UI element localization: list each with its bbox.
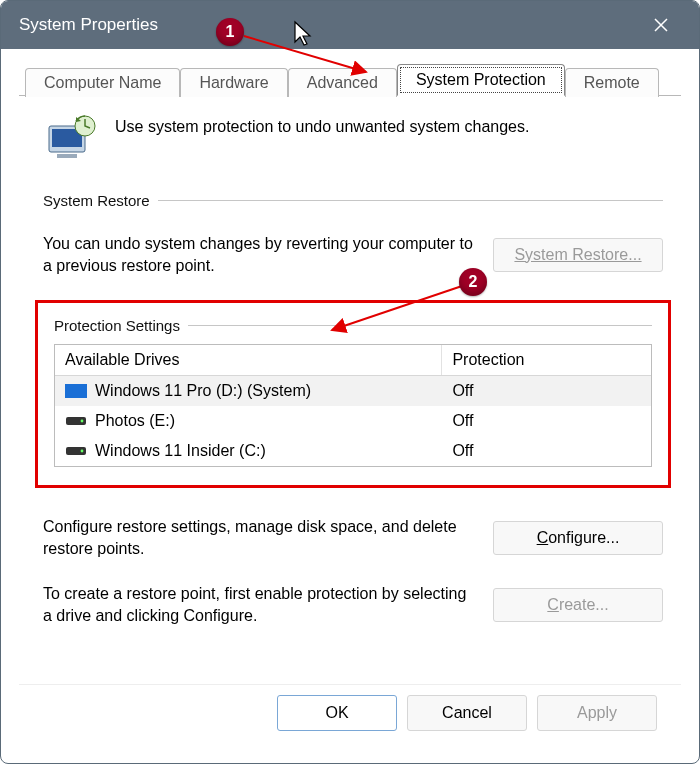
tab-computer-name[interactable]: Computer Name [25, 68, 180, 97]
drive-protection-value: Off [442, 436, 651, 466]
configure-button[interactable]: Configure... [493, 521, 663, 555]
restore-description: You can undo system changes by reverting… [43, 233, 475, 276]
ok-button[interactable]: OK [277, 695, 397, 731]
tab-remote[interactable]: Remote [565, 68, 659, 97]
tab-system-protection[interactable]: System Protection [397, 64, 565, 96]
drive-system-icon [65, 384, 87, 398]
svg-rect-6 [77, 384, 87, 390]
col-header-protection[interactable]: Protection [442, 345, 651, 375]
cancel-button[interactable]: Cancel [407, 695, 527, 731]
drive-protection-value: Off [442, 406, 651, 436]
titlebar[interactable]: System Properties [1, 1, 699, 49]
svg-point-12 [81, 450, 84, 453]
system-properties-window: System Properties Computer Name Hardware… [0, 0, 700, 764]
divider [158, 200, 663, 201]
tab-advanced[interactable]: Advanced [288, 68, 397, 97]
intro-text: Use system protection to undo unwanted s… [115, 118, 529, 136]
drive-name-text: Windows 11 Pro (D:) (System) [95, 382, 311, 400]
tab-strip: Computer Name Hardware Advanced System P… [19, 63, 681, 96]
drives-table[interactable]: Available Drives Protection Windows 11 P… [54, 344, 652, 467]
drives-header: Available Drives Protection [55, 345, 651, 376]
group-protection-settings: Protection Settings [54, 317, 652, 334]
dialog-button-bar: OK Cancel Apply [19, 684, 681, 749]
svg-rect-5 [65, 384, 75, 390]
svg-rect-7 [65, 392, 75, 398]
drive-name-text: Photos (E:) [95, 412, 175, 430]
annotation-badge-2: 2 [459, 268, 487, 296]
annotation-badge-1: 1 [216, 18, 244, 46]
table-row[interactable]: Photos (E:)Off [55, 406, 651, 436]
create-description: To create a restore point, first enable … [43, 583, 475, 626]
svg-point-10 [81, 420, 84, 423]
system-restore-button: System Restore... [493, 238, 663, 272]
intro-row: Use system protection to undo unwanted s… [43, 114, 663, 162]
system-protection-icon [43, 114, 99, 162]
tab-hardware[interactable]: Hardware [180, 68, 287, 97]
svg-rect-2 [57, 154, 77, 158]
divider [188, 325, 652, 326]
group-protection-settings-label: Protection Settings [54, 317, 180, 334]
configure-description: Configure restore settings, manage disk … [43, 516, 475, 559]
col-header-drives[interactable]: Available Drives [55, 345, 442, 375]
drive-hdd-icon [65, 414, 87, 428]
window-title: System Properties [19, 15, 641, 35]
close-icon[interactable] [641, 5, 681, 45]
drive-protection-value: Off [442, 376, 651, 406]
svg-rect-8 [77, 392, 87, 398]
table-row[interactable]: Windows 11 Pro (D:) (System)Off [55, 376, 651, 406]
apply-button: Apply [537, 695, 657, 731]
table-row[interactable]: Windows 11 Insider (C:)Off [55, 436, 651, 466]
protection-settings-highlight: Protection Settings Available Drives Pro… [35, 300, 671, 488]
group-system-restore: System Restore [43, 192, 663, 209]
create-button: Create... [493, 588, 663, 622]
group-system-restore-label: System Restore [43, 192, 150, 209]
drive-hdd-icon [65, 444, 87, 458]
drive-name-text: Windows 11 Insider (C:) [95, 442, 266, 460]
